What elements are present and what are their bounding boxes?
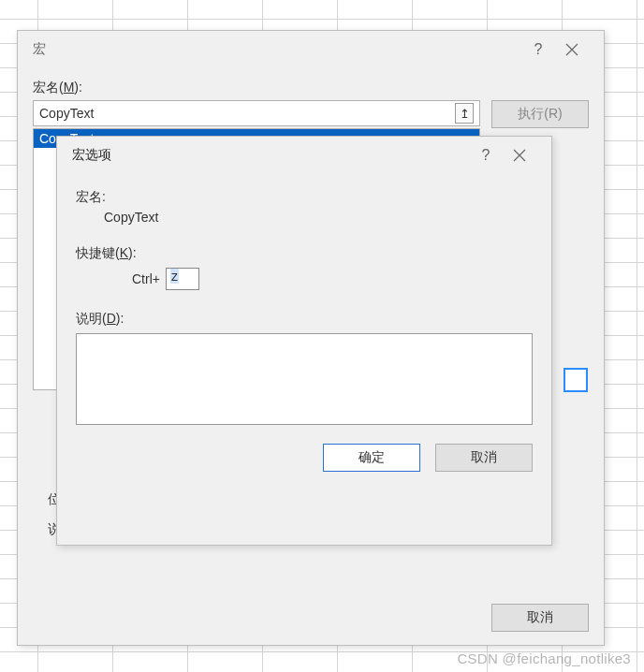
macro-title: 宏 xyxy=(33,41,46,58)
shortcut-label: 快捷键(K): xyxy=(76,245,533,262)
macro-options-dialog: 宏选项 ? 宏名: CopyText 快捷键(K): Ctrl+ z 说明(D)… xyxy=(56,136,552,546)
macro-titlebar[interactable]: 宏 ? xyxy=(18,31,604,68)
description-label: 说明(D): xyxy=(76,311,533,328)
macro-name-label: 宏名(M): xyxy=(33,80,589,96)
description-textarea[interactable] xyxy=(76,333,533,425)
shortcut-prefix: Ctrl+ xyxy=(132,271,160,286)
macro-name-value: CopyText xyxy=(39,106,94,121)
shortcut-key-input[interactable]: z xyxy=(166,268,199,290)
options-cancel-button[interactable]: 取消 xyxy=(435,444,533,472)
arrow-up-icon[interactable]: ↥ xyxy=(455,103,474,124)
close-icon[interactable] xyxy=(503,139,536,172)
help-icon[interactable]: ? xyxy=(521,33,555,66)
options-titlebar[interactable]: 宏选项 ? xyxy=(57,137,551,174)
help-icon[interactable]: ? xyxy=(469,139,503,172)
options-name-label: 宏名: xyxy=(76,189,533,206)
macro-cancel-button[interactable]: 取消 xyxy=(491,604,589,632)
selection-highlight xyxy=(564,368,588,392)
options-name-value: CopyText xyxy=(76,210,533,225)
macro-name-input[interactable]: CopyText ↥ xyxy=(33,100,480,126)
run-button[interactable]: 执行(R) xyxy=(491,100,589,128)
options-title: 宏选项 xyxy=(72,147,111,164)
close-icon[interactable] xyxy=(555,33,589,66)
ok-button[interactable]: 确定 xyxy=(323,444,420,472)
